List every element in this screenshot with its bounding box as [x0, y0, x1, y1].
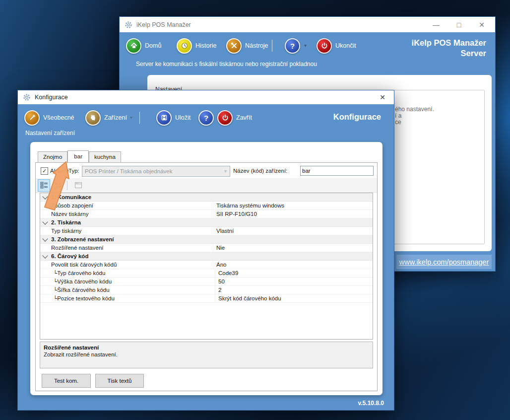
property-name: └Výška čárového kódu: [40, 279, 215, 284]
property-value[interactable]: Code39: [215, 269, 373, 277]
active-checkbox[interactable]: ✓: [41, 167, 48, 175]
help-button[interactable]: ?: [285, 39, 300, 53]
device-tabstrip: Znojmobarkuchyna: [38, 151, 121, 162]
general-button[interactable]: Všeobecné: [24, 111, 74, 125]
property-group-row[interactable]: 1. Komunikace: [40, 193, 373, 202]
property-row[interactable]: └Typ čárového kóduCode39: [40, 269, 373, 278]
combo-caret-icon: ▾: [224, 166, 227, 176]
quit-button[interactable]: Ukončit: [317, 39, 356, 53]
quit-label: Ukončit: [335, 42, 356, 49]
close-button[interactable]: ✕: [470, 21, 493, 29]
property-row[interactable]: Způsob zapojeníTiskárna systému windows: [40, 202, 373, 210]
toolbar-separator: [272, 40, 272, 52]
tab-Znojmo[interactable]: Znojmo: [38, 151, 67, 162]
history-label: Historie: [195, 42, 216, 49]
property-row[interactable]: └Výška čárového kódu50: [40, 278, 373, 286]
help-icon: ?: [285, 38, 300, 54]
minimize-button[interactable]: —: [425, 21, 447, 29]
toolbar-separator: [139, 112, 140, 124]
description-text: Zobrazit rozšířené nastavení.: [44, 351, 369, 357]
power-icon: [317, 38, 332, 54]
posmanager-link[interactable]: www.ikelp.com/posmanager: [399, 258, 489, 266]
property-value[interactable]: Skrýt kód čárového kódu: [215, 294, 373, 302]
tab-bar[interactable]: bar: [67, 150, 89, 162]
group-label: 3. Zobrazené nastavení: [51, 236, 114, 242]
save-button[interactable]: Uložit: [156, 111, 191, 125]
property-row[interactable]: Povolit tisk čárových kódůÁno: [40, 261, 373, 269]
test-communication-button[interactable]: Test kom.: [42, 374, 91, 388]
property-row[interactable]: Rozšířené nastaveníNie: [40, 244, 373, 252]
collapse-chevron-icon[interactable]: [42, 219, 48, 224]
property-group-row[interactable]: 6. Čárový kód: [40, 252, 373, 261]
close-config-button[interactable]: Zavřít: [217, 111, 252, 125]
print-texts-button[interactable]: Tisk textů: [95, 374, 144, 388]
property-name: Povolit tisk čárových kódů: [40, 262, 213, 268]
toolbar-separator: [67, 181, 67, 190]
categorized-view-button[interactable]: [38, 179, 50, 192]
truncated-text-line: ce: [395, 119, 401, 126]
property-group-row[interactable]: 3. Zobrazené nastavení: [40, 235, 373, 244]
version-label: v.5.10.8.0: [358, 400, 384, 407]
categorized-icon: [40, 181, 48, 189]
devices-label: Zařízení: [104, 114, 127, 121]
group-label: 2. Tiskárna: [51, 219, 81, 225]
app-gear-icon: [125, 21, 132, 29]
app-gear-icon: [23, 93, 31, 101]
property-name: └Pozice textového kódu: [40, 295, 215, 301]
save-label: Uložit: [175, 114, 191, 121]
property-name: Rozšířené nastavení: [40, 245, 213, 251]
svg-text:A: A: [55, 182, 58, 185]
collapse-chevron-icon[interactable]: [42, 253, 48, 258]
config-window: Konfigurace ✕ Všeobecné Zařízení ▾ Uloži…: [17, 90, 394, 411]
active-checkbox-label: Aktivné: [50, 168, 69, 174]
svg-text:Z: Z: [55, 186, 58, 189]
property-value[interactable]: Tiskárna systému windows: [213, 202, 373, 210]
devices-dropdown-caret-icon[interactable]: ▾: [130, 115, 132, 120]
help-dropdown-caret-icon[interactable]: ▾: [304, 43, 307, 48]
property-row[interactable]: └Pozice textového kóduSkrýt kód čárového…: [40, 294, 373, 303]
collapse-chevron-icon[interactable]: [42, 236, 48, 241]
group-label: 1. Komunikace: [51, 194, 91, 200]
home-button[interactable]: Domů: [126, 39, 161, 53]
property-value[interactable]: Áno: [213, 261, 373, 269]
devices-button[interactable]: Zařízení: [85, 111, 127, 125]
main-titlebar[interactable]: iKelp POS Manažer — □ ✕: [120, 17, 495, 32]
tools-icon: [226, 38, 242, 54]
general-label: Všeobecné: [43, 114, 74, 121]
property-name: └Šířka čárového kódu: [40, 287, 215, 293]
close-button[interactable]: ✕: [374, 90, 391, 104]
power-icon: [217, 110, 233, 126]
maximize-button[interactable]: □: [447, 21, 470, 29]
alphabetical-view-button[interactable]: A Z: [52, 179, 64, 192]
tools-button[interactable]: Nástroje: [226, 39, 268, 53]
config-heading: Konfigurace: [333, 112, 381, 122]
property-name: Název tiskárny: [40, 211, 213, 217]
property-value[interactable]: 2: [215, 286, 373, 294]
sort-az-icon: A Z: [55, 181, 63, 189]
group-label: 6. Čárový kód: [51, 253, 88, 259]
property-value[interactable]: SII RP-F10/G10: [213, 210, 373, 218]
property-row[interactable]: Název tiskárnySII RP-F10/G10: [40, 210, 373, 218]
config-titlebar[interactable]: Konfigurace ✕: [18, 90, 394, 104]
device-name-input[interactable]: [300, 166, 374, 176]
tab-kuchyna[interactable]: kuchyna: [89, 151, 121, 162]
wrench-icon: [24, 110, 40, 126]
main-window-title: iKelp POS Manažer: [136, 21, 191, 28]
device-tabpage: ✓ Aktivné Typ: POS Printer / Tiskárna ob…: [35, 162, 378, 391]
device-type-select[interactable]: POS Printer / Tiskárna objednávek ▾: [82, 166, 230, 177]
truncated-text-line: í a: [395, 112, 401, 119]
property-group-row[interactable]: 2. Tiskárna: [40, 218, 373, 227]
property-value[interactable]: Nie: [213, 244, 373, 252]
property-value[interactable]: Vlastní: [213, 227, 373, 235]
property-value[interactable]: 50: [215, 278, 373, 285]
collapse-chevron-icon[interactable]: [42, 194, 48, 199]
tools-label: Nástroje: [245, 42, 268, 49]
property-row[interactable]: Typ tiskárnyVlastní: [40, 227, 373, 235]
help-icon: ?: [198, 110, 214, 126]
property-pages-button[interactable]: [72, 179, 84, 192]
property-row[interactable]: └Šířka čárového kódu2: [40, 286, 373, 294]
help-button[interactable]: ?: [198, 111, 214, 125]
history-button[interactable]: Historie: [177, 39, 216, 53]
home-label: Domů: [145, 42, 161, 49]
propertygrid-toolbar: A Z: [36, 178, 377, 193]
